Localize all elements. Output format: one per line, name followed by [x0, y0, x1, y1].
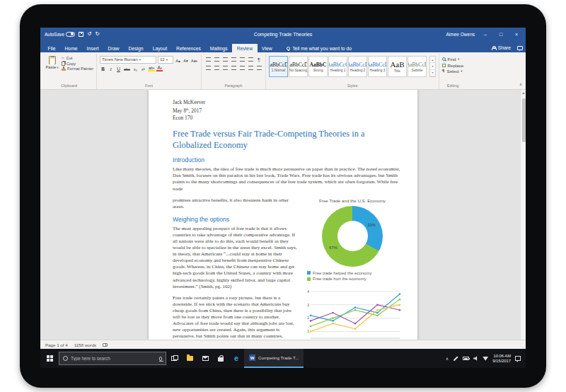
show-paragraph-marks-button[interactable]: ¶ [255, 56, 262, 63]
redo-icon[interactable]: ↻ [95, 31, 99, 37]
proofing-book-icon[interactable] [103, 343, 108, 347]
font-size-value: 12 [160, 57, 165, 62]
tab-design[interactable]: Design [124, 44, 148, 52]
change-case-button[interactable]: Aa [190, 56, 198, 63]
tab-references[interactable]: References [172, 44, 206, 52]
subscript-button[interactable]: x₂ [132, 64, 139, 71]
style-subtitle[interactable]: AaBbCcD Subtitle [408, 56, 427, 77]
mail-button[interactable] [197, 349, 213, 368]
scroll-up-icon[interactable] [522, 92, 525, 94]
styles-gallery-more[interactable]: ▾ [430, 70, 435, 76]
taskbar-clock[interactable]: 10:06 AM 9/15/2017 [492, 354, 511, 364]
comments-icon[interactable] [517, 46, 523, 50]
justify-button[interactable] [230, 64, 237, 71]
file-explorer-button[interactable] [182, 349, 197, 368]
align-left-button[interactable] [204, 64, 212, 71]
scrollbar-thumb[interactable] [522, 98, 526, 142]
page-indicator[interactable]: Page 1 of 4 [45, 342, 68, 347]
edge-button[interactable]: e [229, 349, 244, 368]
style-heading-2[interactable]: AaBbCcD Heading 2 [348, 56, 367, 77]
line-spacing-button[interactable] [238, 64, 246, 71]
italic-button[interactable]: I [108, 64, 114, 71]
font-size-combo[interactable]: 12 [158, 56, 173, 64]
numbering-button[interactable] [213, 56, 220, 63]
grow-font-button[interactable]: A▴ [175, 56, 181, 63]
tab-layout[interactable]: Layout [148, 44, 171, 52]
shrink-font-button[interactable]: A▾ [183, 56, 189, 63]
maximize-button[interactable]: □ [496, 32, 506, 37]
style-no-spacing[interactable]: AaBbCcDc No Spacing [289, 56, 308, 77]
font-color-button[interactable]: A [156, 64, 163, 71]
close-button[interactable]: × [512, 32, 521, 37]
word-count[interactable]: 1158 words [74, 342, 97, 347]
autosave-toggle[interactable]: AutoSave [45, 32, 75, 37]
start-button[interactable] [40, 349, 59, 368]
strikethrough-button[interactable]: abc [123, 64, 131, 71]
sort-button[interactable] [247, 56, 254, 63]
format-painter-button[interactable]: Format Painter [62, 67, 93, 71]
replace-button[interactable]: Replace [442, 63, 463, 68]
copy-button[interactable]: Copy [62, 62, 93, 66]
superscript-button[interactable]: x² [140, 64, 146, 71]
tab-view[interactable]: View [258, 44, 277, 52]
increase-indent-button[interactable] [238, 56, 246, 63]
battery-icon[interactable] [463, 357, 469, 360]
styles-scroll-down[interactable]: ▾ [430, 63, 435, 69]
tray-chevron-icon[interactable]: ∧ [446, 356, 449, 361]
paste-button[interactable]: Paste [45, 54, 59, 71]
tab-insert[interactable]: Insert [82, 44, 103, 52]
search-input[interactable] [71, 356, 156, 361]
bullets-button[interactable] [204, 56, 212, 63]
tab-draw[interactable]: Draw [103, 44, 124, 52]
shading-button[interactable] [247, 64, 254, 71]
tell-me-box[interactable]: Tell me what you want to do [282, 44, 356, 52]
cut-button[interactable]: ✂ Cut [62, 56, 93, 60]
save-icon[interactable] [79, 32, 83, 37]
line-chart-svg[interactable]: 1234 [303, 285, 402, 340]
find-button[interactable]: Find [442, 57, 463, 62]
action-center-icon[interactable] [515, 356, 521, 361]
network-icon[interactable] [483, 356, 488, 361]
word-taskbar-item[interactable]: Competing Trade T... [244, 349, 304, 368]
tab-file[interactable]: File [43, 44, 60, 52]
tab-mailings[interactable]: Mailings [205, 44, 232, 52]
align-center-button[interactable] [213, 64, 220, 71]
bold-button[interactable]: B [100, 64, 106, 71]
decrease-indent-button[interactable] [230, 56, 237, 63]
store-button[interactable] [213, 349, 229, 368]
doc-author: Jack McKeever [173, 99, 402, 106]
underline-button[interactable]: U [115, 64, 122, 71]
vertical-scrollbar[interactable] [520, 90, 526, 340]
styles-scroll-up[interactable]: ▴ [430, 57, 435, 63]
ribbon: Paste ✂ Cut Copy Format Pai [40, 52, 526, 90]
collapse-ribbon-icon[interactable]: ∧ [519, 82, 522, 86]
highlight-color-button[interactable]: ab [148, 64, 155, 71]
paragraph-group-label: Paragraph [204, 83, 262, 89]
taskbar-search[interactable] [59, 352, 166, 365]
embedded-charts[interactable]: Free Trade and the U.S. Economy 33% 67% … [303, 198, 402, 340]
donut-label-33: 33% [367, 223, 376, 227]
minimize-button[interactable]: – [480, 32, 490, 37]
style-strong[interactable]: AaBbC Strong [308, 56, 328, 77]
undo-icon[interactable]: ↺ [87, 31, 91, 37]
share-button[interactable]: Share [492, 45, 511, 50]
volume-icon[interactable] [473, 356, 478, 361]
style-heading-1[interactable]: AaBbCcC Heading 1 [328, 56, 347, 77]
microphone-icon[interactable] [159, 357, 162, 361]
borders-button[interactable] [255, 64, 262, 71]
account-name[interactable]: Aimee Owens [446, 32, 475, 37]
task-view-button[interactable] [166, 349, 182, 368]
donut-chart[interactable]: 33% 67% [322, 206, 383, 267]
style-title[interactable]: AaB Title [388, 56, 407, 77]
tab-home[interactable]: Home [60, 44, 82, 52]
align-right-button[interactable] [221, 64, 229, 71]
pen-icon[interactable] [454, 356, 458, 361]
tab-review[interactable]: Review [232, 44, 257, 52]
select-button[interactable]: Select [442, 69, 463, 74]
legend-swatch [307, 271, 311, 275]
style-heading-3[interactable]: AaBbCcD Heading 3 [368, 56, 387, 77]
style-normal[interactable]: AaBbCcDc 1 Normal [269, 56, 288, 77]
multilevel-list-button[interactable] [221, 56, 229, 63]
document-page[interactable]: Jack McKeever May 8th, 2017 Econ 170 Fre… [149, 90, 417, 340]
font-name-combo[interactable]: Times New Roman [100, 56, 156, 64]
